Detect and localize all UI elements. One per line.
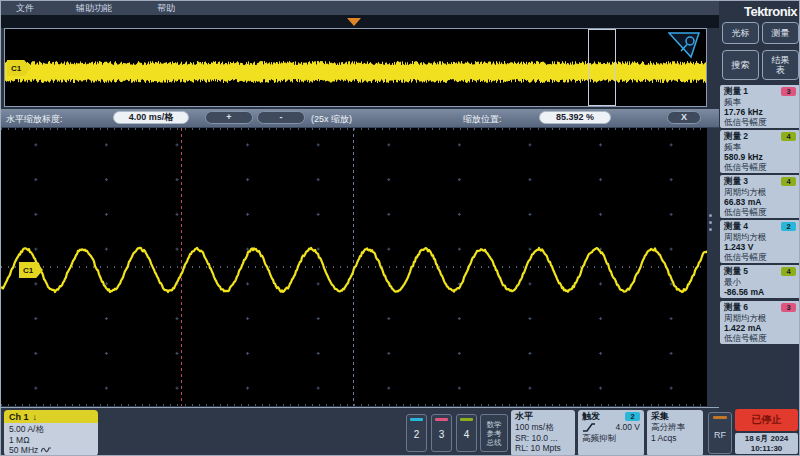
trigger-source-badge: 2	[625, 412, 640, 421]
main-graticule[interactable]: C1	[1, 128, 707, 406]
channel-arrow-icon: ↓	[33, 412, 38, 422]
measurement-badge-4[interactable]: 测量 42 周期均方根 1.243 V 低信号幅度	[720, 220, 800, 263]
rising-edge-icon	[582, 422, 596, 432]
measurement-value: 580.9 kHz	[724, 152, 796, 162]
zoom-factor-label: (25x 缩放)	[311, 113, 352, 126]
channel-4-button[interactable]: 4	[456, 414, 477, 452]
measurement-warning: 低信号幅度	[724, 252, 796, 262]
zoom-position-label: 缩放位置:	[463, 113, 502, 126]
math-ref-bus-button[interactable]: 数学 参考 总线	[480, 414, 508, 452]
datetime-display: 18 6月 2024 10:11:30	[735, 433, 798, 454]
measurement-badge-1[interactable]: 测量 13 频率 17.76 kHz 低信号幅度	[720, 85, 800, 128]
measurement-title: 测量 3	[724, 176, 748, 188]
rf-button[interactable]: RF	[708, 412, 732, 454]
measurement-value: 17.76 kHz	[724, 107, 796, 117]
zoom-scale-label: 水平缩放标度:	[6, 113, 63, 126]
overview-waveform-area[interactable]: C1	[4, 28, 707, 107]
measurement-value: 1.422 mA	[724, 323, 796, 333]
measurement-value: 66.83 mA	[724, 197, 796, 207]
zoom-position-value[interactable]: 85.392 %	[539, 111, 611, 124]
channel-3-color-line	[435, 418, 448, 421]
measurement-type: 最小	[724, 277, 796, 287]
measurement-warning: 低信号幅度	[724, 207, 796, 217]
results-table-button[interactable]: 结果表	[762, 50, 799, 80]
main-waveform-canvas	[1, 128, 707, 406]
zoom-in-button[interactable]: +	[205, 111, 253, 124]
horizontal-scale: 100 ms/格	[515, 422, 571, 433]
measurement-title: 测量 4	[724, 221, 748, 233]
oscilloscope-screen: 文件 辅助功能 帮助 C1 水平缩放标度: 4.00 ms/格 + - (25x…	[0, 0, 800, 456]
cursors-button[interactable]: 光标	[722, 22, 759, 44]
measurement-badge-2[interactable]: 测量 24 频率 580.9 kHz 低信号幅度	[720, 130, 800, 173]
menu-file[interactable]: 文件	[16, 2, 34, 15]
sample-rate: SR: 10.0 ...	[515, 433, 571, 444]
acquisition-mode: 高分辨率	[651, 422, 699, 433]
acquisition-panel[interactable]: 采集 高分辨率 1 Acqs	[647, 410, 703, 456]
search-button[interactable]: 搜索	[722, 50, 759, 80]
zoom-control-bar: 水平缩放标度: 4.00 ms/格 + - (25x 缩放) 缩放位置: 85.…	[1, 109, 719, 128]
run-stop-status-button[interactable]: 已停止	[735, 409, 798, 431]
zoom-close-button[interactable]: X	[667, 111, 701, 124]
measurement-type: 频率	[724, 142, 796, 152]
measurement-warning: 低信号幅度	[724, 162, 796, 172]
trigger-panel[interactable]: 触发 2 4.00 V 高频抑制	[578, 410, 644, 456]
menu-bar: 文件 辅助功能 帮助	[1, 1, 719, 15]
zoom-flag-icon[interactable]	[668, 32, 700, 59]
menu-help[interactable]: 帮助	[157, 2, 175, 15]
trigger-position-icon[interactable]	[347, 18, 361, 26]
trigger-mode: 高频抑制	[582, 433, 640, 444]
source-badge: 4	[781, 267, 796, 276]
measurement-title: 测量 1	[724, 86, 748, 98]
measurement-badge-3[interactable]: 测量 34 周期均方根 66.83 mA 低信号幅度	[720, 175, 800, 218]
horizontal-panel[interactable]: 水平 100 ms/格 SR: 10.0 ... RL: 10 Mpts	[511, 410, 575, 456]
source-badge: 3	[781, 303, 796, 312]
measurement-warning: 低信号幅度	[724, 333, 796, 343]
date-text: 18 6月 2024	[735, 434, 798, 444]
measure-button[interactable]: 测量	[762, 22, 799, 44]
measurement-value: 1.243 V	[724, 242, 796, 252]
channel-1-badge[interactable]: Ch 1 ↓ 5.00 A/格 1 MΩ 50 MHz	[4, 410, 98, 456]
source-badge: 4	[781, 132, 796, 141]
channel-3-button[interactable]: 3	[431, 414, 452, 452]
trigger-level: 4.00 V	[615, 422, 640, 433]
measurement-title: 测量 6	[724, 302, 748, 314]
panel-drag-handle[interactable]	[709, 214, 712, 231]
measurement-title: 测量 5	[724, 266, 748, 278]
zoom-scale-value[interactable]: 4.00 ms/格	[113, 111, 189, 124]
rf-color-line	[713, 416, 727, 419]
measurement-badge-5[interactable]: 测量 54 最小 -86.56 mA	[720, 265, 800, 298]
channel-2-color-line	[410, 418, 423, 421]
brand-logo: Tektronix	[744, 4, 797, 19]
measurement-type: 频率	[724, 97, 796, 107]
record-length: RL: 10 Mpts	[515, 443, 571, 454]
source-badge: 2	[781, 222, 796, 231]
channel-4-color-line	[460, 418, 473, 421]
source-badge: 3	[781, 87, 796, 96]
bottom-bar: Ch 1 ↓ 5.00 A/格 1 MΩ 50 MHz 2 3 4	[1, 407, 719, 456]
zoom-window-box[interactable]	[588, 29, 616, 106]
measurement-title: 测量 2	[724, 131, 748, 143]
channel-impedance: 1 MΩ	[9, 435, 93, 446]
measurement-type: 周期均方根	[724, 187, 796, 197]
acquisition-count: 1 Acqs	[651, 433, 699, 444]
source-badge: 4	[781, 177, 796, 186]
channel-scale: 5.00 A/格	[9, 424, 93, 435]
measurement-value: -86.56 mA	[724, 287, 796, 297]
sidebar: Tektronix 光标 测量 搜索 结果表 测量 13 频率 17.76 kH…	[719, 1, 800, 456]
measurement-warning: 低信号幅度	[724, 117, 796, 127]
bandwidth-limit-icon	[41, 446, 51, 454]
measurement-type: 周期均方根	[724, 313, 796, 323]
channel-2-button[interactable]: 2	[406, 414, 427, 452]
time-text: 10:11:30	[735, 444, 798, 454]
measurement-type: 周期均方根	[724, 232, 796, 242]
menu-utility[interactable]: 辅助功能	[76, 2, 112, 15]
channel-bandwidth: 50 MHz	[9, 445, 38, 456]
measurement-badge-6[interactable]: 测量 63 周期均方根 1.422 mA 低信号幅度	[720, 301, 800, 344]
channel-name: Ch 1	[9, 412, 29, 422]
zoom-out-button[interactable]: -	[257, 111, 305, 124]
